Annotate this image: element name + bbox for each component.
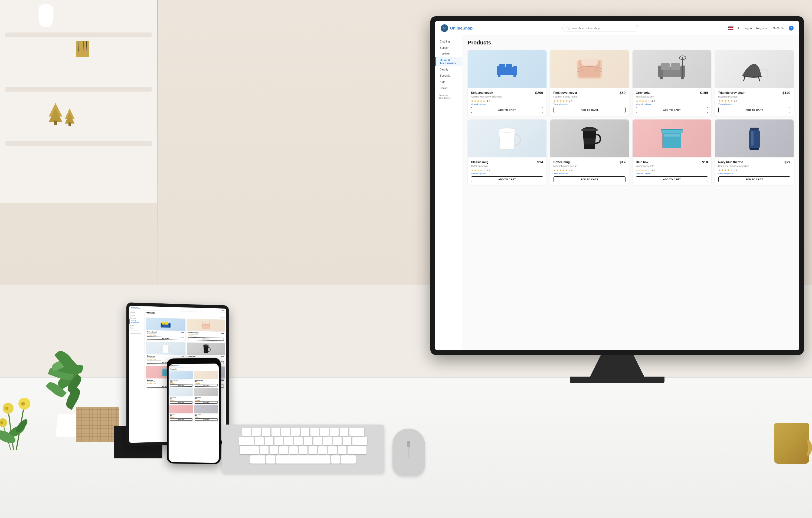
tablet-sofa-svg [160,319,171,330]
key-bracket[interactable] [340,428,348,436]
tablet-add-cart-sofa[interactable]: ADD TO CART [147,336,184,340]
key-i[interactable] [311,428,319,436]
view-all-classic-mug[interactable]: View all options [471,172,543,175]
keyboard[interactable] [222,425,384,473]
add-to-cart-duvet[interactable]: ADD TO CART [553,107,626,113]
view-all-coffee-mug[interactable]: View all options [553,172,626,175]
cart-badge[interactable]: 2 [789,26,793,31]
tablet-nav-faq[interactable]: Faq [129,326,144,329]
add-to-cart-classic-mug[interactable]: ADD TO CART [471,176,543,182]
view-all-blue-box[interactable]: View all options [636,172,708,175]
key-shift[interactable] [240,446,259,454]
key-y[interactable] [291,428,300,436]
key-n[interactable] [309,446,317,454]
key-x[interactable] [269,446,278,454]
key-g[interactable] [294,437,302,445]
shelf-top [5,32,151,37]
phone-grid: Sofa and couch $299 ★★★★★ ADD TO CART Pi… [169,370,219,422]
add-to-cart-navy-thermo[interactable]: ADD TO CART [718,176,791,182]
search-input[interactable] [572,27,632,30]
key-v[interactable] [289,446,298,454]
key-period[interactable] [338,446,346,454]
add-to-cart-blue-box[interactable]: ADD TO CART [636,176,708,182]
tablet-flag: 🇺🇸 ▾ [222,310,225,311]
phone-add-cart-sofa[interactable]: ADD TO CART [170,384,193,387]
svg-line-47 [758,77,760,81]
key-cmd-l[interactable] [250,456,265,464]
view-all-navy-thermo[interactable]: View all options [718,172,791,175]
svg-point-22 [567,27,569,29]
sidebar-item-eyewear[interactable]: Eyewear [435,51,462,57]
add-to-cart-grey-sofa[interactable]: ADD TO CART [636,107,708,113]
tablet-card-duvet-info: Pink duvet cover $99 Fashion & cozy nord… [187,331,225,342]
key-m[interactable] [318,446,327,454]
key-l[interactable] [333,437,342,445]
add-to-cart-coffee-mug[interactable]: ADD TO CART [553,176,626,182]
add-to-cart-sofa[interactable]: ADD TO CART [471,107,543,113]
search-bar[interactable] [562,25,638,31]
phone-add-cart-coffee[interactable]: ADD TO CART [195,401,218,404]
key-cmd-r[interactable] [341,456,356,464]
key-backspace[interactable] [349,428,364,436]
key-t[interactable] [281,428,290,436]
sidebar-item-specials[interactable]: Specials [435,73,462,79]
key-alt-l[interactable] [266,456,275,464]
key-u[interactable] [301,428,309,436]
tablet-terms[interactable]: Terms & Conditions [129,330,144,335]
sidebar-item-books[interactable]: Books [435,85,462,91]
view-all-grey-sofa[interactable]: View all options [636,103,708,105]
key-k[interactable] [323,437,332,445]
key-s[interactable] [265,437,273,445]
phone-card-mug: Classic mug $14 ★★★★☆ ADD TO CART [169,388,193,405]
key-enter[interactable] [352,437,367,445]
key-space[interactable] [276,456,330,464]
tablet-mug-svg [161,343,171,354]
key-h[interactable] [304,437,312,445]
key-b[interactable] [299,446,308,454]
key-z[interactable] [260,446,268,454]
sidebar-item-home[interactable]: Home & Accessories [435,57,462,66]
phone-add-cart-thermo[interactable]: ADD TO CART [195,418,218,421]
terms-link[interactable]: Terms & Conditions [439,94,458,100]
register-link[interactable]: Register [756,27,767,30]
key-alt-r[interactable] [331,456,340,464]
key-c[interactable] [279,446,288,454]
rating-navy-thermo: 3.9 [734,169,737,172]
logo-shop: Shop [463,26,473,30]
phone-card-thermo: Navy thermo $18 ★★★☆☆ ADD TO CART [194,405,219,421]
key-j[interactable] [313,437,322,445]
products-grid: Sofa and couch $299 All blue with yellow… [468,50,793,185]
key-o[interactable] [320,428,329,436]
key-w[interactable] [252,428,261,436]
key-comma[interactable] [328,446,337,454]
sidebar-item-support[interactable]: Support [435,45,462,51]
view-all-duvet[interactable]: View all options [553,103,626,105]
shelf-mid [5,87,151,91]
key-f[interactable] [284,437,293,445]
phone-add-cart-duvet[interactable]: ADD TO CART [195,384,218,387]
key-d[interactable] [274,437,283,445]
key-q[interactable] [242,428,251,436]
sidebar-item-kids[interactable]: Kids [435,79,462,85]
phone-add-cart-mug[interactable]: ADD TO CART [170,401,193,404]
tablet-nav-home[interactable]: Home & Accessories [129,320,144,324]
phone-add-cart-blue-box[interactable]: ADD TO CART [170,418,193,421]
sidebar-item-clothing[interactable]: Clothing [435,38,462,45]
key-semi[interactable] [343,437,351,445]
pencil-cup [76,40,89,57]
mouse[interactable] [393,429,425,476]
view-all-sofa[interactable]: View all options [471,103,543,105]
view-all-triangle-chair[interactable]: View all options [718,103,791,105]
svg-rect-33 [581,59,598,65]
tablet-add-cart-duvet[interactable]: ADD TO CART [188,337,224,341]
key-tab[interactable] [239,437,254,445]
key-a[interactable] [255,437,264,445]
key-e[interactable] [262,428,270,436]
login-link[interactable]: Log in [744,27,752,30]
key-shift-r[interactable] [348,446,367,454]
key-r[interactable] [271,428,280,436]
add-to-cart-triangle-chair[interactable]: ADD TO CART [718,107,791,113]
phone-img-blue-box [169,405,193,413]
key-p[interactable] [330,428,339,436]
sidebar-item-beauty[interactable]: Beauty [435,66,462,73]
